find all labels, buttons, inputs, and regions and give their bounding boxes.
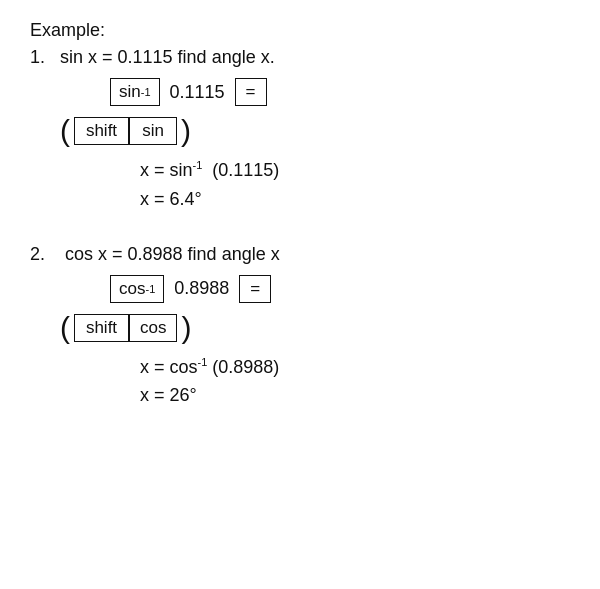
problem-1-text: sin x = 0.1115 find angle x. <box>60 47 275 67</box>
problem-2-calc-value: 0.8988 <box>174 278 229 299</box>
sin-key-1[interactable]: sin <box>129 117 177 145</box>
problem-1-calc-row: sin-1 0.1115 = <box>110 78 570 106</box>
problem-1-number: 1. <box>30 47 45 67</box>
problem-2-statement: 2. cos x = 0.8988 find angle x <box>30 244 570 265</box>
paren-right-2: ) <box>181 311 191 345</box>
result-1-line1: x = sin-1 (0.1115) <box>140 156 570 185</box>
problem-1-statement: 1. sin x = 0.1115 find angle x. <box>30 47 570 68</box>
shift-key-1[interactable]: shift <box>74 117 129 145</box>
problem-2-calc-row: cos-1 0.8988 = <box>110 275 570 303</box>
problem-1-calc-value: 0.1115 <box>170 82 225 103</box>
example-heading: Example: <box>30 20 570 41</box>
problem-2-results: x = cos-1 (0.8988) x = 26° <box>140 353 570 411</box>
problem-2-equals-key[interactable]: = <box>239 275 271 303</box>
paren-left-2: ( <box>60 311 70 345</box>
sin-superscript: -1 <box>141 86 151 98</box>
problem-2-text: cos x = 0.8988 find angle x <box>65 244 280 264</box>
shift-key-2[interactable]: shift <box>74 314 129 342</box>
result-2-line2: x = 26° <box>140 381 570 410</box>
problem-2-number: 2. <box>30 244 45 264</box>
page-content: Example: 1. sin x = 0.1115 find angle x.… <box>30 20 570 410</box>
problem-1-shift-row: ( shift sin ) <box>60 114 570 148</box>
paren-right-1: ) <box>181 114 191 148</box>
sin-inverse-key[interactable]: sin-1 <box>110 78 160 106</box>
cos-inverse-key[interactable]: cos-1 <box>110 275 164 303</box>
result-1-line2: x = 6.4° <box>140 185 570 214</box>
result-2-line1: x = cos-1 (0.8988) <box>140 353 570 382</box>
cos-key-2[interactable]: cos <box>129 314 177 342</box>
problem-1-results: x = sin-1 (0.1115) x = 6.4° <box>140 156 570 214</box>
problem-1-equals-key[interactable]: = <box>235 78 267 106</box>
paren-left-1: ( <box>60 114 70 148</box>
cos-superscript: -1 <box>145 283 155 295</box>
problem-2: 2. cos x = 0.8988 find angle x cos-1 0.8… <box>30 244 570 411</box>
problem-2-shift-row: ( shift cos ) <box>60 311 570 345</box>
problem-1: 1. sin x = 0.1115 find angle x. sin-1 0.… <box>30 47 570 214</box>
